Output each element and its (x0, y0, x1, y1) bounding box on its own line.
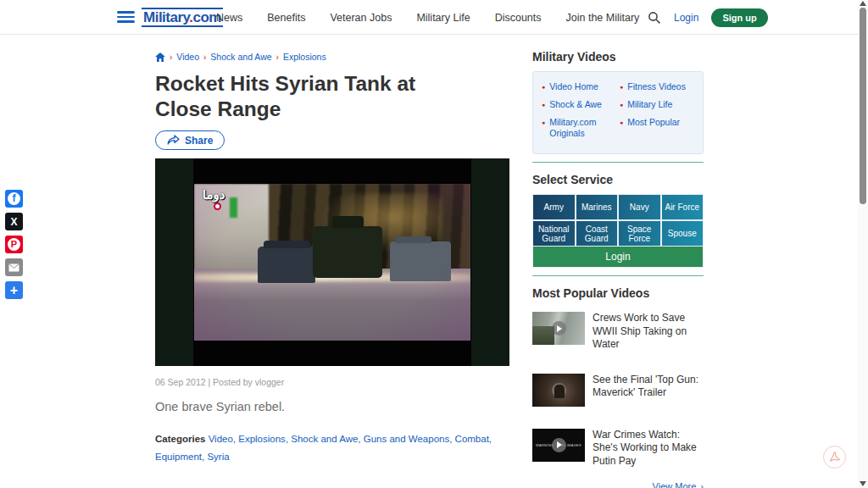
breadcrumb-separator: › (203, 53, 206, 62)
service-navy[interactable]: Navy (618, 194, 661, 220)
email-share-icon[interactable] (5, 258, 23, 276)
militarycom-logo[interactable]: Military.com (142, 8, 223, 27)
video-frame: دوما (193, 158, 471, 366)
view-more-label: View More (653, 481, 697, 488)
section-divider (532, 275, 704, 276)
video-links-col2: Fitness Videos Military Life Most Popula… (620, 81, 698, 146)
top-navigation-bar: Military.com News Benefits Veteran Jobs … (0, 0, 868, 35)
video-still: دوما (194, 184, 470, 341)
link-military-life[interactable]: Military Life (620, 99, 698, 110)
category-link[interactable]: Syria (207, 452, 229, 462)
article-column: › Video › Shock and Awe › Explosions Roc… (155, 35, 509, 488)
x-twitter-share-icon[interactable]: X (5, 213, 23, 230)
play-icon (552, 438, 566, 452)
select-service-header: Select Service (532, 173, 704, 186)
popular-video-item[interactable]: WARNING THE IMAGES War Crimes Watch: She… (532, 429, 704, 469)
pinterest-glyph: P (8, 238, 20, 251)
nav-item-military-life[interactable]: Military Life (416, 12, 470, 24)
service-national-guard[interactable]: National Guard (532, 220, 576, 247)
categories-row: Categories Video Explosions Shock and Aw… (155, 430, 503, 466)
social-share-rail: f X P + (5, 190, 23, 304)
video-player[interactable]: دوما (155, 158, 509, 366)
category-link[interactable]: Video (209, 434, 239, 444)
play-icon (552, 383, 566, 397)
nav-item-news[interactable]: News (216, 12, 242, 24)
sidebar-login-button[interactable]: Login (532, 247, 704, 268)
video-thumbnail[interactable]: WARNING THE IMAGES (532, 429, 585, 462)
share-button[interactable]: Share (155, 130, 225, 150)
select-service-grid: Army Marines Navy Air Force National Gua… (532, 194, 704, 247)
video-watermark-badge (214, 202, 221, 210)
video-thumbnail[interactable] (532, 374, 585, 407)
breadcrumb-shock-and-awe[interactable]: Shock and Awe (210, 52, 271, 62)
play-icon (552, 321, 566, 336)
category-link[interactable]: Explosions (238, 434, 291, 444)
logo-text: Military (143, 9, 189, 25)
view-more-link[interactable]: View More› (532, 481, 704, 488)
scrollbar-thumb[interactable] (860, 8, 866, 204)
breadcrumb-explosions[interactable]: Explosions (283, 52, 326, 62)
popular-video-title: Crews Work to Save WWII Ship Taking on W… (593, 312, 704, 352)
video-description: One brave Syrian rebel. (155, 400, 509, 413)
video-watermark: دوما (203, 187, 225, 202)
service-space-force[interactable]: Space Force (618, 220, 661, 247)
service-spouse[interactable]: Spouse (661, 220, 704, 247)
video-links-box: Video Home Shock & Awe Military.com Orig… (532, 71, 704, 154)
more-share-icon[interactable]: + (5, 281, 23, 299)
popular-video-item[interactable]: Crews Work to Save WWII Ship Taking on W… (532, 312, 704, 352)
chevron-right-icon: › (700, 481, 704, 488)
nav-item-benefits[interactable]: Benefits (267, 12, 305, 24)
category-link[interactable]: Equipment (155, 452, 207, 462)
category-link[interactable]: Guns and Weapons (364, 434, 455, 444)
link-militarycom-originals[interactable]: Military.com Originals (542, 117, 620, 139)
share-arrow-icon (167, 135, 180, 146)
categories-label: Categories (155, 434, 205, 444)
category-link[interactable]: Combat (455, 434, 492, 444)
video-thumbnail[interactable] (532, 312, 585, 345)
service-army[interactable]: Army (532, 194, 576, 220)
facebook-share-icon[interactable]: f (5, 190, 23, 208)
nav-item-discounts[interactable]: Discounts (495, 12, 542, 24)
post-dateline: 06 Sep 2012 | Posted by vlogger (155, 377, 509, 387)
page-title: Rocket Hits Syrian Tank at Close Range (155, 71, 477, 122)
adobe-acrobat-icon[interactable] (823, 446, 846, 469)
popular-video-title: See the Final 'Top Gun: Maverick' Traile… (593, 374, 704, 407)
popular-video-title: War Crimes Watch: She's Working to Make … (593, 429, 704, 469)
service-coast-guard[interactable]: Coast Guard (576, 220, 619, 247)
x-glyph: X (10, 216, 17, 228)
search-icon[interactable] (648, 11, 661, 25)
video-links-col1: Video Home Shock & Awe Military.com Orig… (542, 81, 620, 146)
popular-video-item[interactable]: See the Final 'Top Gun: Maverick' Traile… (532, 374, 704, 407)
link-video-home[interactable]: Video Home (542, 81, 620, 92)
home-icon[interactable] (155, 53, 165, 62)
nav-item-join-the-military[interactable]: Join the Military (566, 12, 640, 24)
signup-button[interactable]: Sign up (711, 8, 767, 27)
login-link[interactable]: Login (674, 12, 698, 24)
breadcrumb-separator: › (276, 53, 279, 62)
video-watermark-flag (230, 197, 237, 218)
related-topics-row: Related Topics Guns and Weapons Combat V… (155, 483, 503, 488)
nav-item-veteran-jobs[interactable]: Veteran Jobs (330, 12, 392, 24)
plus-glyph: + (10, 284, 18, 297)
link-fitness-videos[interactable]: Fitness Videos (620, 81, 698, 92)
right-sidebar: Military Videos Video Home Shock & Awe M… (532, 35, 704, 488)
service-air-force[interactable]: Air Force (661, 194, 704, 220)
scrollbar-up-arrow[interactable] (860, 1, 866, 6)
section-divider (532, 162, 704, 163)
military-videos-header: Military Videos (532, 50, 704, 64)
scrollbar-down-arrow[interactable] (860, 481, 866, 486)
most-popular-videos-header: Most Popular Videos (532, 286, 704, 300)
facebook-glyph: f (8, 192, 20, 205)
link-shock-and-awe[interactable]: Shock & Awe (542, 99, 620, 110)
service-marines[interactable]: Marines (576, 194, 619, 220)
breadcrumb: › Video › Shock and Awe › Explosions (155, 52, 509, 62)
page-scrollbar[interactable] (858, 0, 868, 488)
link-most-popular[interactable]: Most Popular (620, 117, 698, 128)
envelope-icon (8, 263, 19, 272)
pinterest-share-icon[interactable]: P (5, 236, 23, 253)
breadcrumb-separator: › (170, 53, 172, 62)
category-link[interactable]: Shock and Awe (291, 434, 363, 444)
breadcrumb-video[interactable]: Video (176, 52, 199, 62)
share-label: Share (185, 135, 213, 147)
hamburger-menu-icon[interactable] (117, 11, 135, 23)
